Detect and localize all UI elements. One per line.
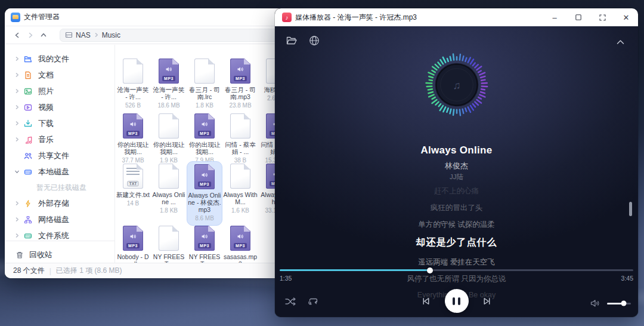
sidebar-label: 文件系统 [38,230,69,241]
mp3-file-icon: MP3 [194,164,215,189]
sidebar-item-videos[interactable]: 视频 [5,99,114,115]
mp3-file-icon: MP3 [123,226,143,251]
song-artist: 林俊杰 [275,161,638,171]
repeat-button[interactable] [305,294,320,309]
folder-icon [24,55,33,63]
mp3-file-icon: MP3 [194,113,215,139]
disk-drive-icon [24,168,33,176]
expand-chevron-icon[interactable] [14,217,23,222]
sidebar-item-external-storage[interactable]: 外部存储 [5,195,114,211]
breadcrumb-root[interactable]: NAS [76,31,91,39]
file-item-selected[interactable]: MP3 Always Online - 林俊杰.mp3 8.6 MB [187,161,222,226]
breadcrumb: NAS Music [60,29,278,42]
file-item[interactable]: Always Online ... 1.8 KB [151,161,187,226]
volume-handle[interactable] [621,301,627,306]
sidebar-item-shared-files[interactable]: 共享文件 [5,147,114,164]
lrc-file-icon [159,226,179,251]
file-grid-row-2: MP3 你的出现让我期... 37.7 MB 你的出现让我期... 1.9 KB… [115,111,284,164]
next-track-button[interactable] [480,294,494,308]
file-name: Always Online - 林俊杰.mp3 [187,192,222,213]
expand-chevron-icon[interactable] [14,137,23,142]
expand-chevron-icon[interactable] [14,72,23,78]
network-icon [24,216,33,224]
file-count: 28 个文件 [13,266,45,276]
up-button[interactable] [37,29,50,42]
media-player-app-icon: ♪ [282,13,292,22]
mp3-file-icon: MP3 [159,59,179,84]
fullscreen-icon [599,14,606,21]
image-icon [24,87,33,96]
chevron-up-icon [40,32,47,39]
expand-chevron-icon[interactable] [14,121,23,126]
collapse-panel-button[interactable] [613,35,627,49]
volume-button[interactable] [588,296,602,310]
close-button[interactable]: ✕ [621,13,631,22]
sidebar-item-recycle-bin[interactable]: 回收站 [5,247,115,263]
fm-status-bar: 28 个文件 | 已选择 1 项 (8.6 MB) [5,263,284,278]
back-button[interactable] [11,29,24,42]
file-item[interactable]: 问情 - 蔡幸娟 - ... 38 B [222,111,258,164]
open-url-button[interactable] [307,33,321,48]
globe-icon [309,35,320,46]
audio-visualizer: ♫ [417,45,496,127]
file-item[interactable]: MP3 你的出现让我期... 7.9 MB [187,111,222,164]
collapse-chevron-icon[interactable] [14,169,23,174]
file-item[interactable]: Always With M... 1.6 KB [222,161,258,226]
expand-chevron-icon[interactable] [14,104,23,110]
sidebar-label: 照片 [38,86,54,97]
lrc-file-icon [230,113,250,139]
album-note-icon: ♫ [453,79,460,91]
previous-track-button[interactable] [419,294,434,308]
sidebar-item-photos[interactable]: 照片 [5,83,114,99]
file-item[interactable]: MP3 春三月 - 司南.mp3 23.8 MB [222,56,258,109]
sidebar-item-documents[interactable]: 文档 [5,67,114,83]
sidebar-label: 音乐 [38,134,54,145]
open-file-button[interactable] [284,33,299,48]
file-item[interactable]: 你的出现让我期... 1.9 KB [151,111,187,164]
file-size: 1.6 KB [231,207,249,214]
file-manager-window: 文件管理器 NAS Music 我的文件 [5,8,284,278]
lyrics-scrollbar-thumb[interactable] [629,202,632,216]
minimize-button[interactable]: – [550,13,559,22]
shuffle-button[interactable] [283,294,298,309]
file-name: 春三月 - 司南.mp3 [223,86,258,100]
fullscreen-button[interactable] [597,13,607,22]
file-name: 新建文件.txt [116,191,150,198]
file-size: 14 B [127,200,140,207]
fm-window-title: 文件管理器 [24,12,60,22]
file-item[interactable]: 沧海一声笑 - 许... 526 B [115,56,151,109]
filesystem-disk-icon [24,232,33,240]
sidebar-empty-disk-note: 暂无已挂载磁盘 [5,180,114,195]
file-item[interactable]: MP3 你的出现让我期... 37.7 MB [115,111,151,164]
sidebar-item-my-files[interactable]: 我的文件 [5,51,114,67]
sidebar-item-local-disk[interactable]: 本地磁盘 [5,164,114,180]
forward-button[interactable] [24,29,37,42]
file-item[interactable]: TXT 新建文件.txt 14 B [115,161,151,226]
volume-slider[interactable] [607,303,631,305]
expand-chevron-icon[interactable] [14,56,23,61]
sidebar-item-downloads[interactable]: 下载 [5,115,114,131]
breadcrumb-current[interactable]: Music [102,31,120,39]
expand-chevron-icon[interactable] [14,233,23,238]
expand-chevron-icon[interactable] [14,88,23,94]
file-manager-app-icon [11,13,20,22]
skip-previous-icon [421,296,431,306]
file-name: 你的出现让我期... [151,141,186,155]
nas-server-icon [65,31,73,39]
expand-chevron-icon[interactable] [14,201,23,206]
player-window-title: 媒体播放器 - 沧海一声笑 - 许冠杰.mp3 [295,13,417,23]
file-item[interactable]: 春三月 - 司南.lrc 1.8 KB [187,56,222,109]
seek-bar[interactable] [280,269,633,271]
lyric-line-current: 却还是少了点什么 [275,236,638,249]
file-item[interactable]: MP3 沧海一声笑 - 许... 18.6 MB [151,56,187,109]
sidebar-item-network-disk[interactable]: 网络磁盘 [5,211,114,227]
file-name: 沧海一声笑 - 许... [151,86,186,100]
sidebar-item-music[interactable]: 音乐 [5,131,114,147]
maximize-button[interactable] [574,13,583,22]
sidebar-label: 本地磁盘 [38,167,69,177]
lrc-file-icon [230,164,250,189]
seek-handle[interactable] [427,267,433,273]
media-player-window: ♪ 媒体播放器 - 沧海一声笑 - 许冠杰.mp3 – ✕ ♫ [275,8,638,317]
sidebar-label: 下载 [38,118,54,129]
pause-button[interactable] [445,289,469,313]
